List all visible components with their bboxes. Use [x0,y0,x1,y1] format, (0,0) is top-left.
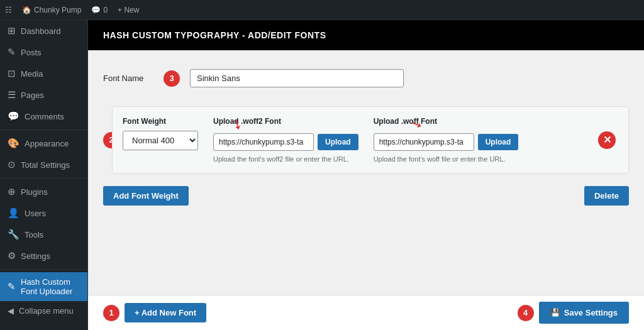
total-settings-icon: ⊙ [8,159,16,170]
woff2-col: Upload .woff2 Font ➘ Upload Upload the f… [213,117,358,163]
sidebar-separator [0,129,87,130]
content-area: HASH CUSTOM TYPOGRAPHY - ADD/EDIT FONTS … [88,20,644,295]
sidebar-item-tools[interactable]: 🔧 Tools [0,224,87,245]
woff-col: Upload .woff Font ➘ Upload Upload the fo… [374,117,519,163]
font-weight-select[interactable]: Normal 400 Bold 700 Light 300 Medium 500… [123,131,198,150]
woff-upload-row: Upload [374,133,519,151]
comments-link[interactable]: 💬 0 [91,6,108,14]
users-icon: 👤 [8,207,19,219]
step4-badge: 4 [518,305,534,321]
bottom-bar: 1 + Add New Font 4 💾 Save Settings [88,295,644,330]
woff-upload-button[interactable]: Upload [478,134,519,150]
woff-url-input[interactable] [374,133,474,151]
pages-icon: ☰ [8,89,16,101]
add-font-weight-button[interactable]: Add Font Weight [103,186,189,206]
admin-bar: ☷ 🏠 Chunky Pump 💬 0 + New [0,0,644,20]
add-new-font-button[interactable]: + Add New Font [125,303,206,322]
font-name-label: Font Name [103,74,153,83]
woff-label: Upload .woff Font [374,117,519,126]
woff2-upload-button[interactable]: Upload [318,134,358,150]
wp-logo[interactable]: ☷ [5,6,12,14]
font-name-input[interactable] [190,69,404,87]
sidebar-separator-3 [0,269,87,270]
new-link[interactable]: + New [118,6,139,14]
wp-icon: ☷ [5,6,12,14]
woff2-url-input[interactable] [213,133,314,151]
sidebar-item-appearance[interactable]: 🎨 Appearance [0,133,87,154]
site-name[interactable]: 🏠 Chunky Pump [22,6,81,14]
sidebar-item-posts[interactable]: ✎ Posts [0,41,87,63]
action-row: Add Font Weight Delete [103,186,629,206]
house-icon: 🏠 [22,6,31,14]
sidebar-item-comments[interactable]: 💬 Comments [0,106,87,127]
hash-font-icon: ✎ [8,281,16,292]
font-weight-grid: Font Weight Normal 400 Bold 700 Light 30… [123,117,618,163]
settings-icon: ⚙ [8,250,16,261]
collapse-menu-item[interactable]: ◀ Collapse menu [0,301,87,321]
tools-icon: 🔧 [8,229,19,240]
sidebar-item-users[interactable]: 👤 Users [0,202,87,224]
remove-font-weight-button[interactable]: ✕ [598,131,616,149]
font-weight-col: Font Weight Normal 400 Bold 700 Light 30… [123,117,198,150]
woff2-hint: Upload the font's woff2 file or enter th… [213,155,358,163]
font-weight-section: Font Weight Normal 400 Bold 700 Light 30… [112,106,629,173]
save-settings-button[interactable]: 💾 Save Settings [539,302,629,324]
sidebar-item-media[interactable]: ⊡ Media [0,63,87,84]
delete-button[interactable]: Delete [584,186,629,206]
plugins-icon: ⊕ [8,186,16,197]
save-icon: 💾 [550,308,560,317]
woff2-upload-row: Upload [213,133,358,151]
main-layout: ⊞ Dashboard ✎ Posts ⊡ Media ☰ Pages 💬 Co… [0,20,644,330]
sidebar-item-pages[interactable]: ☰ Pages [0,84,87,106]
content-inner: Font Name 3 2 Font Wei [88,50,644,218]
sidebar-item-plugins[interactable]: ⊕ Plugins [0,181,87,202]
comment-icon: 💬 [91,6,101,14]
appearance-icon: 🎨 [8,138,19,149]
step3-badge: 3 [164,70,180,87]
bottom-left: 1 + Add New Font [103,303,206,322]
sidebar-item-hash-custom-font-uploader[interactable]: ✎ Hash Custom Font Uploader [0,272,87,301]
page-header: HASH CUSTOM TYPOGRAPHY - ADD/EDIT FONTS [88,20,644,50]
sidebar: ⊞ Dashboard ✎ Posts ⊡ Media ☰ Pages 💬 Co… [0,20,88,330]
comments-icon: 💬 [8,111,19,122]
collapse-icon: ◀ [8,306,14,316]
font-weight-label: Font Weight [123,117,198,126]
step1-badge: 1 [103,305,119,321]
media-icon: ⊡ [8,68,16,79]
woff-hint: Upload the font's woff file or enter the… [374,155,519,163]
sidebar-item-settings[interactable]: ⚙ Settings [0,245,87,267]
font-weight-wrapper: 2 Font Weight Normal 400 Bold 700 Light … [112,106,629,173]
sidebar-item-total-settings[interactable]: ⊙ Total Settings [0,154,87,175]
sidebar-separator-2 [0,178,87,179]
font-name-row: Font Name 3 [103,63,629,94]
bottom-right: 4 💾 Save Settings [518,302,629,324]
posts-icon: ✎ [8,47,16,58]
dashboard-icon: ⊞ [8,25,16,36]
sidebar-item-dashboard[interactable]: ⊞ Dashboard [0,20,87,41]
